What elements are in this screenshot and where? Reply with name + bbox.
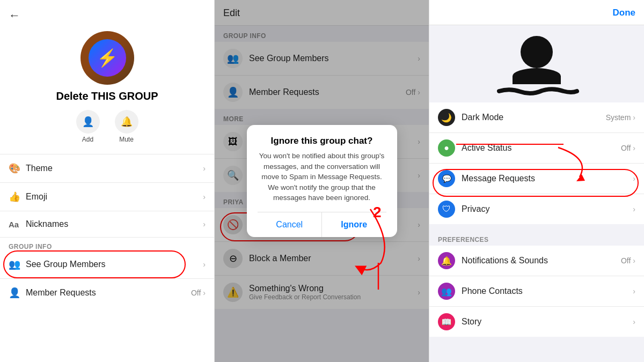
anonymous-avatar bbox=[513, 36, 561, 84]
theme-label: Theme bbox=[26, 164, 203, 173]
chevron-p3-4: › bbox=[633, 205, 635, 213]
member-req-icon: 👤 bbox=[9, 287, 26, 299]
nicknames-item[interactable]: Aa Nicknames › bbox=[0, 212, 214, 236]
mute-label: Mute bbox=[119, 136, 134, 143]
p3-privacy-label: Privacy bbox=[462, 204, 633, 214]
add-member-action[interactable]: 👤 Add bbox=[76, 110, 100, 143]
see-group-members-label: See Group Members bbox=[26, 260, 203, 269]
divider3 bbox=[0, 211, 214, 211]
chevron-p3-1: › bbox=[633, 113, 635, 122]
chevron-icon3: › bbox=[203, 220, 206, 228]
panel-group-info: ← ⚡ Delete THIS GROUP 👤 Add 🔔 Mute 🎨 The… bbox=[0, 0, 215, 362]
theme-icon: 🎨 bbox=[9, 162, 26, 174]
add-icon[interactable]: 👤 bbox=[76, 110, 100, 134]
mute-icon[interactable]: 🔔 bbox=[115, 110, 138, 134]
panel-edit: Edit GROUP INFO 👥 See Group Members › 👤 … bbox=[215, 0, 429, 362]
group-avatar: ⚡ bbox=[80, 31, 134, 85]
divider bbox=[0, 154, 214, 154]
modal-ignore-button[interactable]: Ignore bbox=[322, 212, 386, 237]
p3-message-requests-label: Message Requests bbox=[462, 174, 633, 183]
modal-buttons: Cancel Ignore bbox=[258, 212, 386, 237]
messenger-bolt-icon: ⚡ bbox=[97, 48, 118, 68]
p3-active-status-label: Active Status bbox=[462, 143, 621, 153]
chevron-p3-7: › bbox=[633, 317, 635, 326]
p3-notif-value: Off bbox=[621, 256, 631, 265]
p3-dark-mode-value: System bbox=[606, 113, 631, 122]
add-label: Add bbox=[82, 136, 93, 143]
p3-notifications[interactable]: 🔔 Notifications & Sounds Off › bbox=[429, 246, 644, 276]
p3-top-group: 🌙 Dark Mode System › ● Active Status Off… bbox=[429, 102, 644, 224]
chevron-p3-3: › bbox=[633, 174, 635, 183]
panel1-header: ← bbox=[0, 0, 214, 27]
emoji-icon: 👍 bbox=[9, 191, 26, 203]
emoji-label: Emoji bbox=[26, 192, 203, 202]
nicknames-label: Nicknames bbox=[26, 219, 203, 229]
p3-message-requests[interactable]: 💬 Message Requests › bbox=[429, 164, 644, 194]
profile-area bbox=[429, 25, 644, 102]
p3-story-icon: 📖 bbox=[438, 313, 455, 330]
divider5 bbox=[0, 278, 214, 279]
panel-settings: Done 🌙 Dark Mode System › ● Active Statu… bbox=[429, 0, 644, 362]
messenger-logo: ⚡ bbox=[89, 39, 126, 77]
chevron-icon4: › bbox=[203, 260, 206, 269]
p3-active-status-icon: ● bbox=[438, 139, 455, 157]
modal-cancel-button[interactable]: Cancel bbox=[258, 212, 323, 237]
group-name: Delete THIS GROUP bbox=[56, 90, 158, 102]
name-redact-svg bbox=[494, 86, 580, 96]
back-button[interactable]: ← bbox=[9, 9, 20, 23]
avatar-container: ⚡ bbox=[0, 31, 214, 85]
p3-dark-mode-label: Dark Mode bbox=[462, 113, 606, 122]
divider4 bbox=[0, 237, 214, 238]
p3-message-req-icon: 💬 bbox=[438, 170, 455, 187]
p3-phone-contacts-label: Phone Contacts bbox=[462, 286, 633, 296]
p3-prefs-group: 🔔 Notifications & Sounds Off › 👥 Phone C… bbox=[429, 246, 644, 337]
p3-dark-mode[interactable]: 🌙 Dark Mode System › bbox=[429, 102, 644, 133]
p3-dark-mode-icon: 🌙 bbox=[438, 109, 455, 126]
avatar-body bbox=[513, 68, 561, 84]
p3-notif-icon: 🔔 bbox=[438, 252, 455, 269]
avatar-head bbox=[521, 36, 553, 68]
nicknames-icon: Aa bbox=[9, 220, 26, 229]
p3-prefs-label: PREFERENCES bbox=[429, 231, 644, 246]
modal-body: You won't be notified about this group's… bbox=[258, 151, 386, 203]
chevron-icon5: › bbox=[203, 289, 206, 297]
p3-active-status-value: Off bbox=[621, 144, 631, 152]
member-requests-item[interactable]: 👤 Member Requests Off › bbox=[0, 280, 214, 306]
p3-privacy-icon: 🛡 bbox=[438, 201, 455, 218]
chevron-icon: › bbox=[203, 164, 206, 173]
p3-privacy[interactable]: 🛡 Privacy › bbox=[429, 194, 644, 224]
modal-overlay: Ignore this group chat? You won't be not… bbox=[215, 0, 429, 362]
chevron-p3-6: › bbox=[633, 287, 635, 295]
group-members-icon: 👥 bbox=[9, 258, 26, 270]
p3-contacts-icon: 👥 bbox=[438, 283, 455, 300]
chevron-icon2: › bbox=[203, 193, 206, 201]
done-button[interactable]: Done bbox=[613, 8, 636, 18]
p3-active-status[interactable]: ● Active Status Off › bbox=[429, 133, 644, 164]
member-requests-label: Member Requests bbox=[26, 288, 191, 298]
mute-action[interactable]: 🔔 Mute bbox=[115, 110, 138, 143]
chevron-p3-5: › bbox=[633, 256, 635, 265]
member-requests-value: Off bbox=[191, 289, 201, 297]
see-group-members-item[interactable]: 👥 See Group Members › bbox=[0, 252, 214, 277]
p3-story-label: Story bbox=[462, 317, 633, 327]
group-info-section-label: GROUP INFO bbox=[0, 239, 214, 252]
p3-story[interactable]: 📖 Story › bbox=[429, 307, 644, 337]
modal-title: Ignore this group chat? bbox=[258, 136, 386, 146]
ignore-modal: Ignore this group chat? You won't be not… bbox=[247, 125, 397, 237]
chevron-p3-2: › bbox=[633, 144, 635, 152]
theme-item[interactable]: 🎨 Theme › bbox=[0, 156, 214, 181]
p3-phone-contacts[interactable]: 👥 Phone Contacts › bbox=[429, 276, 644, 307]
panel3-header: Done bbox=[429, 0, 644, 25]
p3-notifications-label: Notifications & Sounds bbox=[462, 256, 621, 265]
divider2 bbox=[0, 182, 214, 183]
emoji-item[interactable]: 👍 Emoji › bbox=[0, 184, 214, 210]
action-row: 👤 Add 🔔 Mute bbox=[76, 110, 138, 143]
